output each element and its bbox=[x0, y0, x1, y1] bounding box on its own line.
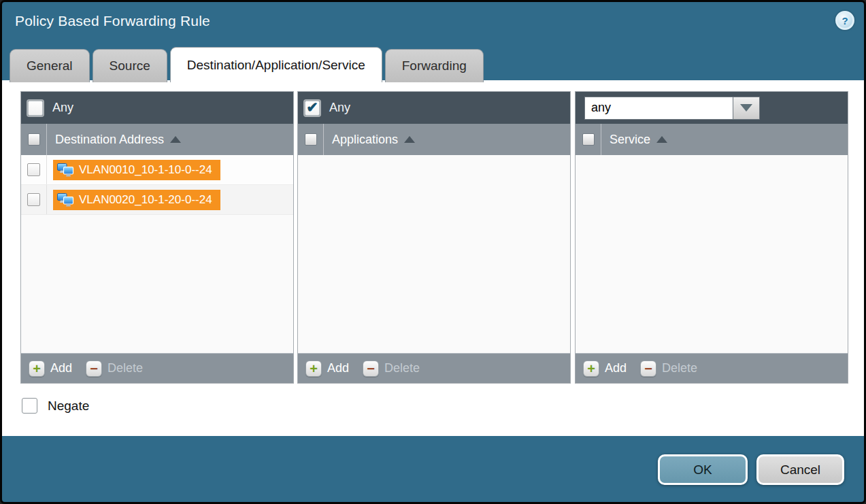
destination-select-all-checkbox[interactable] bbox=[28, 133, 40, 146]
service-dropdown-button[interactable] bbox=[733, 97, 760, 120]
destination-any-label: Any bbox=[52, 101, 73, 115]
tab-source[interactable]: Source bbox=[93, 49, 167, 82]
delete-icon: − bbox=[640, 360, 656, 377]
negate-label: Negate bbox=[48, 399, 89, 414]
service-select-all-checkbox[interactable] bbox=[582, 133, 595, 146]
row-checkbox[interactable] bbox=[27, 193, 40, 206]
sort-asc-icon bbox=[404, 136, 415, 143]
sort-asc-icon bbox=[170, 136, 181, 143]
add-icon: + bbox=[583, 360, 599, 377]
add-button[interactable]: + Add bbox=[305, 360, 349, 377]
service-header-label[interactable]: Service bbox=[610, 133, 667, 147]
policy-forwarding-dialog: Policy Based Forwarding Rule ? General S… bbox=[0, 0, 866, 504]
address-object-tag: VLAN0010_10-1-10-0--24 bbox=[53, 160, 220, 180]
cancel-button[interactable]: Cancel bbox=[756, 454, 844, 485]
row-checkbox[interactable] bbox=[27, 163, 40, 176]
destination-column-header: Destination Address bbox=[21, 124, 293, 155]
delete-icon: − bbox=[86, 360, 102, 377]
destination-any-bar: Any bbox=[21, 92, 293, 124]
address-object-label: VLAN0010_10-1-10-0--24 bbox=[79, 163, 212, 177]
destination-footer: + Add − Delete bbox=[21, 353, 293, 383]
destination-header-label[interactable]: Destination Address bbox=[55, 133, 181, 147]
dialog-title: Policy Based Forwarding Rule bbox=[15, 13, 210, 29]
applications-any-bar: Any bbox=[298, 92, 570, 124]
service-dropdown bbox=[584, 97, 760, 120]
tab-content-panel: Any Destination Address bbox=[2, 80, 864, 436]
tab-forwarding[interactable]: Forwarding bbox=[385, 49, 484, 82]
applications-header-label[interactable]: Applications bbox=[332, 133, 415, 147]
applications-panel: Any Applications + Add − Delete bbox=[297, 91, 571, 384]
help-icon[interactable]: ? bbox=[835, 11, 854, 30]
service-panel: Service + Add − Delete bbox=[575, 91, 848, 384]
ok-button[interactable]: OK bbox=[658, 454, 748, 485]
add-icon: + bbox=[305, 360, 322, 377]
service-column-header: Service bbox=[576, 124, 848, 155]
help-glyph: ? bbox=[842, 15, 848, 27]
negate-row: Negate bbox=[22, 398, 89, 414]
applications-footer: + Add − Delete bbox=[298, 353, 570, 383]
network-address-icon bbox=[56, 163, 74, 178]
address-object-label: VLAN0020_10-1-20-0--24 bbox=[79, 193, 212, 207]
list-item[interactable]: VLAN0020_10-1-20-0--24 bbox=[21, 185, 293, 215]
tab-bar: General Source Destination/Application/S… bbox=[10, 47, 484, 82]
add-button[interactable]: + Add bbox=[29, 360, 72, 377]
service-dropdown-input[interactable] bbox=[584, 97, 733, 120]
tab-general[interactable]: General bbox=[10, 49, 90, 82]
service-list bbox=[576, 155, 848, 353]
delete-button[interactable]: − Delete bbox=[86, 360, 143, 377]
tab-destination-application-service[interactable]: Destination/Application/Service bbox=[170, 47, 382, 82]
delete-button[interactable]: − Delete bbox=[363, 360, 420, 377]
destination-list: VLAN0010_10-1-10-0--24 VLAN0020_10-1-20-… bbox=[21, 155, 293, 353]
service-dropdown-bar bbox=[576, 92, 848, 124]
delete-button[interactable]: − Delete bbox=[640, 360, 697, 377]
delete-icon: − bbox=[363, 360, 379, 377]
add-icon: + bbox=[29, 360, 45, 377]
destination-address-panel: Any Destination Address bbox=[20, 91, 294, 384]
sort-asc-icon bbox=[656, 136, 667, 143]
applications-list bbox=[298, 155, 570, 353]
list-item[interactable]: VLAN0010_10-1-10-0--24 bbox=[21, 155, 293, 185]
address-object-tag: VLAN0020_10-1-20-0--24 bbox=[53, 190, 220, 210]
applications-select-all-checkbox[interactable] bbox=[305, 133, 317, 146]
chevron-down-icon bbox=[740, 104, 752, 112]
destination-any-checkbox[interactable] bbox=[28, 101, 43, 116]
network-address-icon bbox=[56, 192, 74, 207]
applications-column-header: Applications bbox=[298, 124, 570, 155]
applications-any-checkbox[interactable] bbox=[305, 101, 320, 116]
negate-checkbox[interactable] bbox=[22, 398, 37, 414]
service-footer: + Add − Delete bbox=[576, 353, 848, 383]
add-button[interactable]: + Add bbox=[583, 360, 627, 377]
applications-any-label: Any bbox=[329, 101, 350, 115]
